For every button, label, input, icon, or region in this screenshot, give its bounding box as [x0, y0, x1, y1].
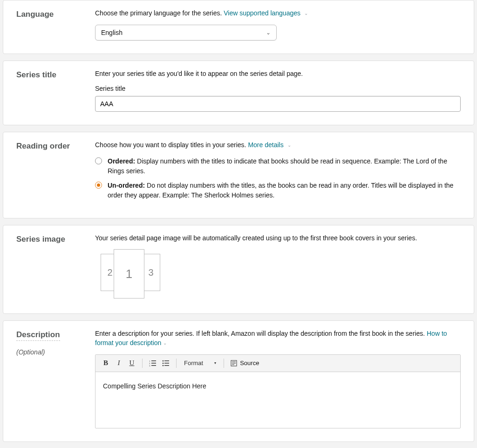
editor-toolbar: B I U 1 2 3	[95, 355, 460, 372]
source-icon	[231, 360, 237, 367]
svg-point-8	[163, 362, 164, 364]
svg-rect-11	[164, 365, 169, 366]
section-reading-order: Reading order Choose how you want to dis…	[3, 132, 474, 218]
label-col: Series image	[16, 234, 84, 301]
cover-stack-preview: 2 3 1	[95, 249, 160, 300]
section-series-image: Series image Your series detail page ima…	[3, 225, 474, 314]
section-description: Description (Optional) Enter a descripti…	[3, 320, 474, 441]
ordered-list-button[interactable]: 1 2 3	[147, 358, 158, 369]
caret-down-icon: ▾	[214, 361, 216, 365]
content-col: Your series detail page image will be au…	[95, 234, 461, 301]
content-col: Enter your series title as you'd like it…	[95, 69, 461, 112]
svg-rect-1	[151, 360, 156, 361]
language-selected-value: English	[101, 25, 123, 40]
label-col: Description (Optional)	[16, 329, 84, 428]
series-image-helper: Your series detail page image will be au…	[95, 234, 461, 243]
language-helper-text: Choose the primary language for the seri…	[95, 9, 222, 17]
unordered-list-icon	[162, 360, 170, 367]
more-details-link[interactable]: More details ⌄	[248, 141, 291, 149]
underline-button[interactable]: U	[126, 358, 137, 369]
series-title-field-label: Series title	[95, 85, 461, 92]
label-col: Reading order	[16, 141, 84, 205]
source-label: Source	[240, 360, 259, 367]
radio-unordered-bold: Un-ordered:	[108, 182, 145, 189]
more-details-text: More details	[248, 141, 283, 149]
svg-text:3: 3	[149, 365, 150, 367]
radio-unordered[interactable]	[95, 182, 102, 189]
ordered-list-icon: 1 2 3	[149, 360, 157, 367]
language-helper-row: Choose the primary language for the seri…	[95, 9, 461, 18]
section-series-title: Series title Enter your series title as …	[3, 61, 474, 126]
reading-order-helper-text: Choose how you want to display titles in…	[95, 141, 246, 149]
optional-label: (Optional)	[16, 348, 84, 356]
radio-unordered-rest: Do not display numbers with the titles, …	[108, 182, 453, 199]
cover-back-right: 3	[142, 254, 160, 291]
svg-rect-5	[151, 365, 156, 366]
heading-language: Language	[16, 10, 84, 19]
description-textarea[interactable]: Compelling Series Description Here	[95, 372, 460, 428]
radio-unordered-label: Un-ordered: Do not display numbers with …	[108, 181, 461, 200]
language-select[interactable]: English ⌄	[95, 25, 277, 41]
chevron-down-icon: ⌄	[266, 25, 271, 40]
series-title-input[interactable]	[95, 96, 461, 112]
series-title-helper: Enter your series title as you'd like it…	[95, 69, 461, 79]
heading-description-text: Description	[16, 330, 60, 341]
content-col: Enter a description for your series. If …	[95, 329, 461, 428]
radio-row-ordered[interactable]: Ordered: Display numbers with the titles…	[95, 156, 461, 176]
description-helper-text: Enter a description for your series. If …	[95, 330, 427, 337]
reading-order-helper-row: Choose how you want to display titles in…	[95, 141, 461, 150]
svg-rect-3	[151, 363, 156, 364]
section-language: Language Choose the primary language for…	[3, 0, 474, 54]
toolbar-separator	[142, 359, 143, 368]
heading-description: Description	[16, 330, 84, 341]
italic-button[interactable]: I	[113, 358, 124, 369]
view-supported-languages-link[interactable]: View supported languages ⌄	[224, 9, 308, 17]
content-col: Choose how you want to display titles in…	[95, 141, 461, 205]
rich-text-editor: B I U 1 2 3	[95, 354, 461, 428]
radio-ordered-rest: Display numbers with the titles to indic…	[108, 157, 447, 175]
format-label: Format	[184, 360, 203, 367]
svg-point-10	[163, 365, 164, 366]
format-dropdown[interactable]: Format ▾	[181, 358, 219, 369]
heading-reading-order: Reading order	[16, 142, 84, 151]
radio-ordered[interactable]	[95, 157, 102, 164]
radio-row-unordered[interactable]: Un-ordered: Do not display numbers with …	[95, 181, 461, 200]
bold-button[interactable]: B	[100, 358, 111, 369]
toolbar-separator	[176, 359, 177, 368]
source-button[interactable]: Source	[229, 358, 261, 369]
radio-ordered-bold: Ordered:	[108, 157, 135, 165]
chevron-down-icon: ⌄	[287, 142, 291, 149]
description-helper-row: Enter a description for your series. If …	[95, 329, 461, 347]
view-supported-languages-text: View supported languages	[224, 9, 300, 17]
chevron-down-icon: ⌄	[163, 340, 167, 346]
language-select-box[interactable]: English ⌄	[95, 25, 277, 41]
svg-rect-7	[164, 360, 169, 361]
heading-series-title: Series title	[16, 70, 84, 80]
radio-ordered-label: Ordered: Display numbers with the titles…	[108, 156, 461, 176]
chevron-down-icon: ⌄	[304, 10, 308, 17]
content-col: Choose the primary language for the seri…	[95, 9, 461, 41]
svg-point-6	[163, 360, 164, 361]
heading-series-image: Series image	[16, 235, 84, 244]
svg-rect-9	[164, 363, 169, 364]
cover-front: 1	[114, 249, 144, 299]
label-col: Series title	[16, 69, 84, 112]
label-col: Language	[16, 9, 84, 41]
unordered-list-button[interactable]	[160, 358, 171, 369]
toolbar-separator	[224, 359, 224, 368]
